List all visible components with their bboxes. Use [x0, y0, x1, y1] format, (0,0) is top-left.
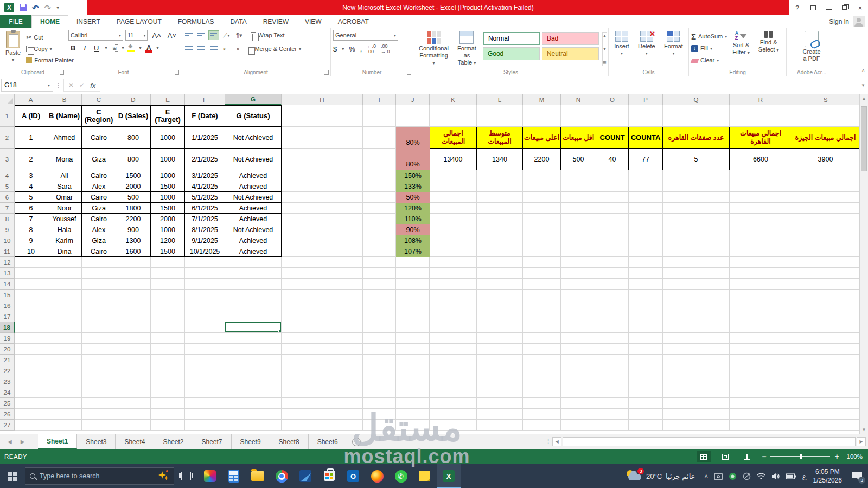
cell-C27[interactable] [82, 420, 116, 431]
normal-view-icon[interactable] [697, 451, 711, 462]
cell-N20[interactable] [561, 344, 596, 355]
cell-J19[interactable] [396, 333, 430, 344]
cell-S24[interactable] [792, 387, 859, 398]
alignment-dialog-launcher[interactable] [324, 70, 329, 75]
cell-C23[interactable] [82, 376, 116, 387]
cell-R7[interactable] [730, 203, 792, 214]
cell-F4[interactable]: 3/1/2025 [185, 170, 225, 181]
cell-E7[interactable]: 1500 [151, 203, 185, 214]
cell-L12[interactable] [477, 257, 523, 268]
cell-A8[interactable]: 7 [15, 214, 47, 224]
column-header-E[interactable]: E [151, 94, 185, 105]
cell-S15[interactable] [792, 290, 859, 300]
cell-Q15[interactable] [663, 290, 730, 300]
cell-P19[interactable] [629, 333, 663, 344]
cell-J8[interactable]: 110% [396, 214, 430, 224]
cell-R23[interactable] [730, 376, 792, 387]
cell-P25[interactable] [629, 398, 663, 409]
cell-C15[interactable] [82, 290, 116, 300]
bottom-align-icon[interactable] [208, 30, 219, 40]
column-header-L[interactable]: L [477, 94, 523, 105]
chrome-taskbar-icon[interactable] [270, 464, 293, 488]
cell-B4[interactable]: Ali [47, 170, 82, 181]
cell-H3[interactable] [282, 149, 363, 170]
row-header-26[interactable]: 26 [0, 409, 15, 420]
cell-P24[interactable] [629, 387, 663, 398]
cell-G27[interactable] [225, 420, 282, 431]
cell-Q6[interactable] [663, 192, 730, 203]
cell-P15[interactable] [629, 290, 663, 300]
battery-icon[interactable] [786, 473, 796, 479]
cell-N21[interactable] [561, 355, 596, 365]
cell-Q18[interactable] [663, 322, 730, 333]
cell-H21[interactable] [282, 355, 363, 365]
cell-P9[interactable] [629, 224, 663, 235]
cell-S5[interactable] [792, 181, 859, 192]
cell-H20[interactable] [282, 344, 363, 355]
row-header-21[interactable]: 21 [0, 355, 15, 365]
cell-B12[interactable] [47, 257, 82, 268]
cell-A20[interactable] [15, 344, 47, 355]
cell-O11[interactable] [596, 246, 629, 257]
cell-F20[interactable] [185, 344, 225, 355]
cell-O2[interactable]: COUNT [596, 127, 629, 149]
cell-B27[interactable] [47, 420, 82, 431]
insert-function-icon[interactable]: fx [90, 81, 95, 89]
hscroll-right-icon[interactable]: ▶ [857, 437, 866, 446]
cell-G3[interactable]: Not Achieved [225, 149, 282, 170]
cell-J1[interactable] [396, 105, 430, 127]
cell-I14[interactable] [363, 279, 396, 290]
cell-P10[interactable] [629, 235, 663, 246]
save-icon[interactable] [20, 4, 27, 11]
cell-E25[interactable] [151, 398, 185, 409]
cell-R8[interactable] [730, 214, 792, 224]
cell-K25[interactable] [430, 398, 477, 409]
cell-B11[interactable]: Dina [47, 246, 82, 257]
cell-K3[interactable]: 13400 [430, 149, 477, 170]
start-button[interactable] [0, 464, 25, 488]
cell-Q20[interactable] [663, 344, 730, 355]
cell-H24[interactable] [282, 387, 363, 398]
cell-B15[interactable] [47, 290, 82, 300]
cell-K5[interactable] [430, 181, 477, 192]
cell-I27[interactable] [363, 420, 396, 431]
collapse-ribbon-icon[interactable]: ˄ [861, 68, 865, 74]
cell-C12[interactable] [82, 257, 116, 268]
cell-I19[interactable] [363, 333, 396, 344]
cell-N26[interactable] [561, 409, 596, 420]
cell-K10[interactable] [430, 235, 477, 246]
cell-E22[interactable] [151, 365, 185, 376]
cell-N27[interactable] [561, 420, 596, 431]
cell-E18[interactable] [151, 322, 185, 333]
row-header-7[interactable]: 7 [0, 203, 15, 214]
cell-O15[interactable] [596, 290, 629, 300]
cell-H6[interactable] [282, 192, 363, 203]
cell-E20[interactable] [151, 344, 185, 355]
cell-M10[interactable] [523, 235, 561, 246]
cell-I6[interactable] [363, 192, 396, 203]
row-header-6[interactable]: 6 [0, 192, 15, 203]
sign-in[interactable]: Sign in [829, 15, 868, 28]
cell-L9[interactable] [477, 224, 523, 235]
cell-Q19[interactable] [663, 333, 730, 344]
cell-A25[interactable] [15, 398, 47, 409]
cell-J6[interactable]: 50% [396, 192, 430, 203]
cell-R22[interactable] [730, 365, 792, 376]
cell-E27[interactable] [151, 420, 185, 431]
cell-F25[interactable] [185, 398, 225, 409]
cell-F16[interactable] [185, 300, 225, 311]
cell-J10[interactable]: 108% [396, 235, 430, 246]
find-select-button[interactable]: Find &Select ▾ [755, 30, 782, 68]
cell-P26[interactable] [629, 409, 663, 420]
cell-L4[interactable] [477, 170, 523, 181]
cell-K19[interactable] [430, 333, 477, 344]
bold-button[interactable]: B [68, 43, 78, 53]
cell-S8[interactable] [792, 214, 859, 224]
cell-L26[interactable] [477, 409, 523, 420]
cell-A12[interactable] [15, 257, 47, 268]
autosum-button[interactable]: ΣAutoSum▾ [691, 31, 727, 42]
row-header-20[interactable]: 20 [0, 344, 15, 355]
cell-M5[interactable] [523, 181, 561, 192]
select-all-corner[interactable] [0, 94, 15, 105]
row-header-18[interactable]: 18 [0, 322, 15, 333]
